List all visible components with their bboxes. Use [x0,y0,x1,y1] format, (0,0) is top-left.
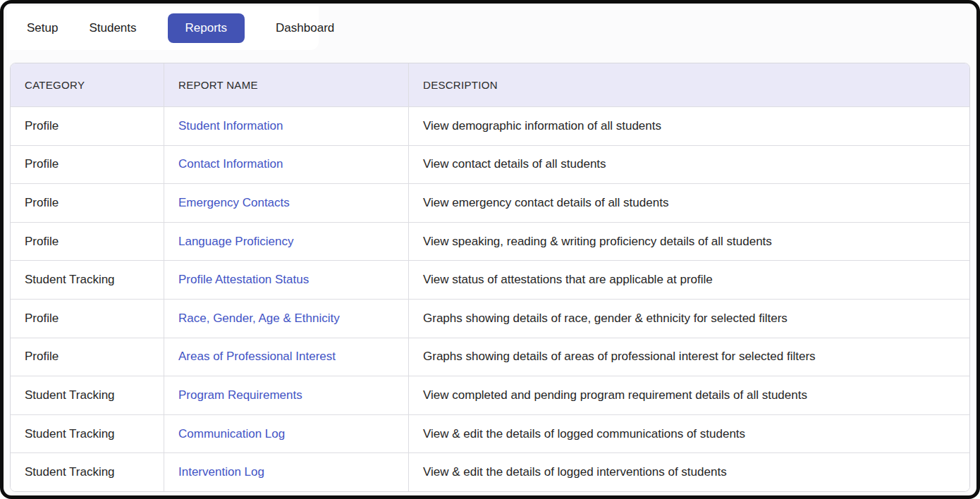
report-link[interactable]: Language Proficiency [178,235,294,249]
report-name-cell: Language Proficiency [164,223,409,261]
tab-dashboard[interactable]: Dashboard [276,13,334,43]
description-cell: View speaking, reading & writing profici… [409,223,969,261]
category-cell: Student Tracking [11,261,164,299]
report-link[interactable]: Intervention Log [178,465,264,479]
category-cell: Profile [11,338,164,376]
report-name-cell: Program Requirements [164,376,409,414]
category-cell: Student Tracking [11,376,164,414]
table-row: Profile Language Proficiency View speaki… [11,222,969,261]
app-window: SetupStudentsReportsDashboard CATEGORYRE… [0,0,980,499]
tab-students[interactable]: Students [89,13,136,43]
report-name-cell: Communication Log [164,415,409,453]
report-link[interactable]: Areas of Professional Interest [178,350,336,364]
table-header-row: CATEGORYREPORT NAMEDESCRIPTION [11,63,969,106]
description-cell: View & edit the details of logged commun… [409,415,969,453]
table-row: Profile Student Information View demogra… [11,106,969,145]
tab-setup[interactable]: Setup [27,13,58,43]
report-link[interactable]: Race, Gender, Age & Ethnicity [178,312,340,326]
tab-bar: SetupStudentsReportsDashboard [7,6,319,50]
table-row: Profile Areas of Professional Interest G… [11,338,969,376]
table-row: Student Tracking Program Requirements Vi… [11,376,969,414]
table-row: Profile Contact Information View contact… [11,145,969,184]
table-row: Student Tracking Profile Attestation Sta… [11,260,969,299]
description-cell: View & edit the details of logged interv… [409,453,969,491]
report-name-cell: Contact Information [164,146,409,184]
report-link[interactable]: Contact Information [178,157,283,171]
category-cell: Student Tracking [11,415,164,453]
table-row: Student Tracking Intervention Log View &… [11,452,969,491]
table-body: Profile Student Information View demogra… [11,106,969,491]
category-cell: Profile [11,146,164,184]
description-cell: View contact details of all students [409,146,969,184]
table-row: Student Tracking Communication Log View … [11,414,969,453]
report-name-cell: Areas of Professional Interest [164,338,409,376]
description-cell: Graphs showing details of race, gender &… [409,300,969,338]
description-cell: Graphs showing details of areas of profe… [409,338,969,376]
column-header-description: DESCRIPTION [409,63,969,106]
report-link[interactable]: Profile Attestation Status [178,273,309,287]
category-cell: Student Tracking [11,453,164,491]
category-cell: Profile [11,107,164,145]
description-cell: View demographic information of all stud… [409,107,969,145]
report-name-cell: Emergency Contacts [164,184,409,222]
category-cell: Profile [11,184,164,222]
report-name-cell: Student Information [164,107,409,145]
report-name-cell: Race, Gender, Age & Ethnicity [164,300,409,338]
report-link[interactable]: Communication Log [178,427,285,441]
category-cell: Profile [11,300,164,338]
report-link[interactable]: Program Requirements [178,388,302,402]
table-row: Profile Race, Gender, Age & Ethnicity Gr… [11,299,969,338]
report-link[interactable]: Emergency Contacts [178,196,290,210]
reports-table: CATEGORYREPORT NAMEDESCRIPTION Profile S… [10,63,970,492]
table-row: Profile Emergency Contacts View emergenc… [11,183,969,222]
category-cell: Profile [11,223,164,261]
description-cell: View completed and pending program requi… [409,376,969,414]
report-name-cell: Profile Attestation Status [164,261,409,299]
description-cell: View emergency contact details of all st… [409,184,969,222]
column-header-category: CATEGORY [11,63,164,106]
column-header-report-name: REPORT NAME [164,63,409,106]
tab-reports[interactable]: Reports [168,13,245,43]
report-link[interactable]: Student Information [178,119,283,133]
report-name-cell: Intervention Log [164,453,409,491]
description-cell: View status of attestations that are app… [409,261,969,299]
